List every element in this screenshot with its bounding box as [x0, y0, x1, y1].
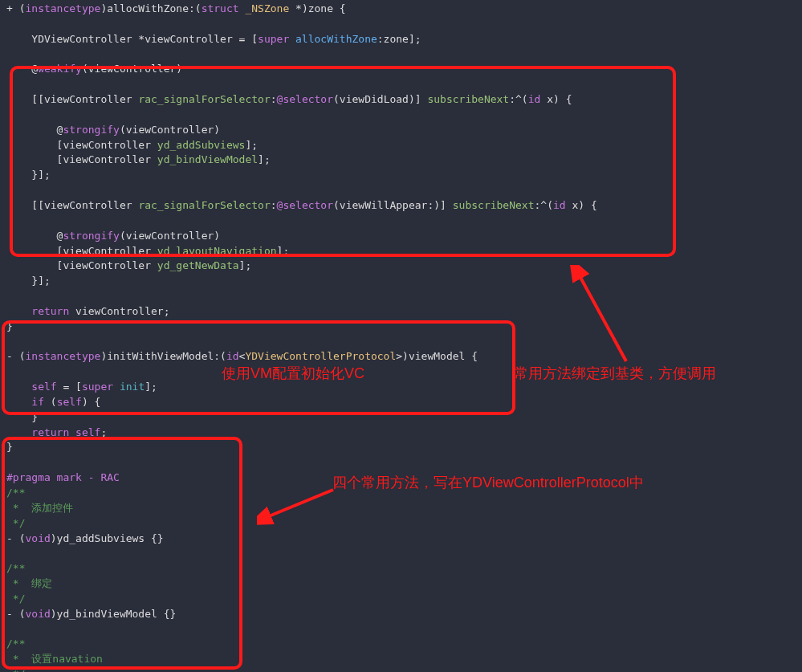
code-content: + (instancetype)allocWithZone:(struct _N… [6, 2, 796, 672]
code-editor[interactable]: + (instancetype)allocWithZone:(struct _N… [6, 0, 796, 672]
